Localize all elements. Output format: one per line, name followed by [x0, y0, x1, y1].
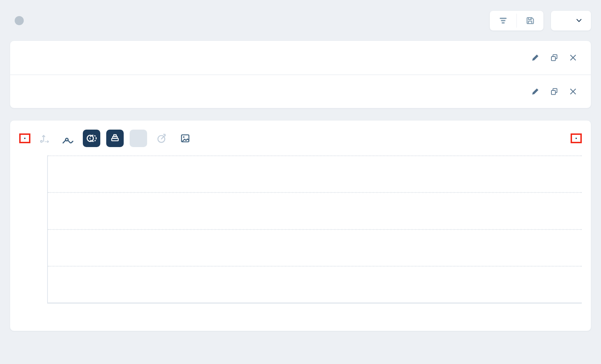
annotation-rect-chart-type	[19, 133, 30, 143]
series-color-swatch	[23, 88, 31, 95]
x-axis	[47, 304, 582, 322]
chevron-down-icon	[576, 19, 582, 22]
pencil-icon	[531, 53, 540, 62]
help-icon[interactable]	[15, 16, 24, 25]
export-image-icon	[180, 133, 190, 144]
partial-period-button[interactable]	[83, 130, 100, 147]
header	[10, 10, 591, 31]
close-icon	[569, 54, 577, 61]
partial-period-icon	[86, 133, 97, 144]
plot-area	[47, 155, 582, 304]
annotation-rect-granularity	[571, 133, 582, 143]
save-icon	[526, 16, 535, 25]
stacked-button[interactable]	[106, 130, 124, 147]
axis-scale-button[interactable]	[36, 130, 53, 147]
save-button[interactable]	[517, 11, 543, 30]
close-icon	[569, 88, 577, 95]
series-legend-card	[10, 41, 591, 108]
pencil-icon	[531, 87, 540, 96]
granularity-toggle	[575, 138, 577, 139]
mrr-chart	[19, 155, 582, 322]
stacked-icon	[110, 133, 120, 144]
value-labels-button[interactable]	[59, 130, 77, 147]
edit-series-button[interactable]	[531, 87, 540, 96]
dashboard-page	[0, 0, 601, 340]
chart-toolbar	[19, 130, 582, 147]
axis-scale-icon	[39, 133, 50, 144]
y-axis	[19, 155, 47, 304]
remove-series-button[interactable]	[569, 53, 578, 62]
series-row-under-500	[10, 41, 591, 74]
header-button-group	[490, 10, 544, 31]
filter-icon	[499, 16, 508, 25]
chart-type-toggle	[24, 138, 26, 139]
duplicate-series-button[interactable]	[550, 87, 559, 96]
copy-icon	[550, 53, 558, 62]
percent-button[interactable]	[130, 130, 147, 147]
bars	[48, 155, 582, 303]
goal-icon	[156, 133, 167, 144]
copy-icon	[550, 87, 558, 96]
edit-series-button[interactable]	[531, 53, 540, 62]
filter-button[interactable]	[490, 11, 516, 30]
value-labels-123-icon	[62, 132, 74, 145]
chart-card	[10, 120, 591, 331]
series-color-swatch	[23, 54, 31, 61]
remove-series-button[interactable]	[569, 87, 578, 96]
date-range-select[interactable]	[551, 10, 591, 31]
export-image-button[interactable]	[176, 130, 194, 147]
goal-button[interactable]	[153, 130, 171, 147]
duplicate-series-button[interactable]	[550, 53, 559, 62]
series-row-over-500	[10, 74, 591, 108]
